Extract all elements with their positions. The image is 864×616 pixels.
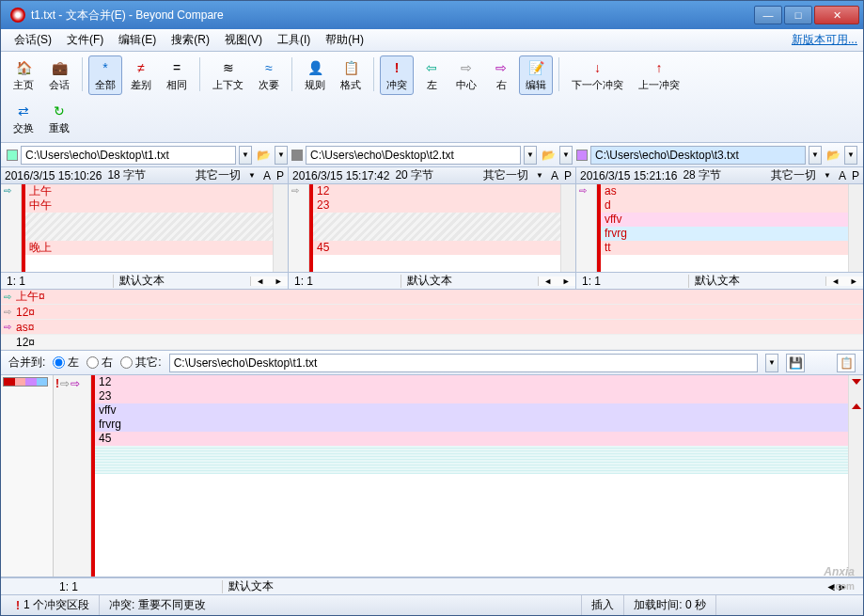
pathbar: ▼ 📂 ▼ ▼ 📂 ▼ ▼ 📂 ▼ xyxy=(1,143,863,167)
menu-session[interactable]: 会话(S) xyxy=(7,30,59,50)
menubar: 会话(S) 文件(F) 编辑(E) 搜索(R) 视图(V) 工具(I) 帮助(H… xyxy=(1,29,863,52)
close-button[interactable]: ✕ xyxy=(814,6,859,24)
path-center-input[interactable] xyxy=(306,146,521,165)
arrow-gray-icon: ⇨ xyxy=(60,377,70,390)
left-button[interactable]: ⇦左 xyxy=(416,55,448,95)
minor-button[interactable]: ≈次要 xyxy=(252,55,286,95)
save-icon[interactable]: 💾 xyxy=(786,354,805,372)
arrow-up-red-icon: ↑ xyxy=(650,58,668,77)
swap-button[interactable]: ⇄交换 xyxy=(7,99,40,138)
arrow-marker-icon: ⇨ xyxy=(576,184,596,197)
pane-right-date: 2016/3/15 15:21:16 xyxy=(580,169,677,182)
chevron-down-icon[interactable]: ▼ xyxy=(534,171,545,180)
edit-button[interactable]: 📝编辑 xyxy=(519,55,553,95)
path-left-input[interactable] xyxy=(21,146,236,165)
menu-tools[interactable]: 工具(I) xyxy=(270,30,318,50)
chevron-down-icon[interactable]: ▼ xyxy=(246,171,258,180)
arrow-right-gray-icon: ⇨ xyxy=(457,58,476,77)
merge-detail-rows: ⇨上午¤ ⇨12¤ ⇨as¤ 12¤ xyxy=(1,290,863,351)
status-loadtime: 加载时间: 0 秒 xyxy=(634,597,706,613)
browse-right-dropdown[interactable]: ▼ xyxy=(844,146,857,165)
statusbar: !1 个冲突区段 冲突: 重要不同更改 插入 加载时间: 0 秒 xyxy=(1,594,863,615)
merge-other-radio[interactable]: 其它: xyxy=(120,355,161,371)
menu-edit[interactable]: 编辑(E) xyxy=(111,30,164,50)
arrow-right-purple-icon: ⇨ xyxy=(492,58,511,77)
context-icon: ≋ xyxy=(219,58,238,77)
color-left-icon xyxy=(7,150,18,161)
equal-icon: = xyxy=(167,58,186,77)
reload-icon: ↻ xyxy=(50,102,69,120)
briefcase-icon: 💼 xyxy=(50,58,69,77)
merge-path-input[interactable] xyxy=(169,354,758,372)
prev-conflict-button[interactable]: ↑上一冲突 xyxy=(632,55,686,95)
all-button[interactable]: *全部 xyxy=(88,55,122,95)
pane-left-lines[interactable]: 上午 中午 晚上 xyxy=(25,184,273,272)
menu-view[interactable]: 视图(V) xyxy=(217,30,270,50)
browse-left-dropdown[interactable]: ▼ xyxy=(275,146,288,165)
pane-center-other[interactable]: 其它一切 xyxy=(483,167,528,183)
output-pane: ! ⇨ ⇨ 12 23 vffv frvrg 45 xyxy=(1,375,863,577)
pane-left-other[interactable]: 其它一切 xyxy=(196,167,241,183)
referee-icon: 👤 xyxy=(306,58,324,77)
edit-icon: 📝 xyxy=(526,58,545,77)
toolbar-main: 🏠主页 💼会话 *全部 ≠差别 =相同 ≋上下文 ≈次要 👤规则 📋格式 !冲突… xyxy=(1,52,863,143)
path-center-dropdown[interactable]: ▼ xyxy=(524,146,537,165)
pane-right-size: 28 字节 xyxy=(683,167,721,183)
pane-center-size: 20 字节 xyxy=(395,167,433,183)
format-button[interactable]: 📋格式 xyxy=(334,55,368,95)
menu-file[interactable]: 文件(F) xyxy=(59,30,111,50)
browse-center-icon[interactable]: 📂 xyxy=(540,148,557,163)
merge-right-radio[interactable]: 右 xyxy=(86,355,113,371)
scrollbar-left[interactable] xyxy=(273,184,288,272)
scrollbar-right[interactable] xyxy=(848,184,863,272)
browse-left-icon[interactable]: 📂 xyxy=(255,148,272,163)
output-scrollbar[interactable] xyxy=(848,375,863,577)
next-diff-marker-icon[interactable] xyxy=(852,379,861,385)
pane-left-a[interactable]: A xyxy=(263,169,271,182)
merge-path-dropdown[interactable]: ▼ xyxy=(765,354,778,372)
status-conflicts: 1 个冲突区段 xyxy=(24,597,89,613)
path-right-input[interactable] xyxy=(590,146,806,165)
next-conflict-button[interactable]: ↓下一个冲突 xyxy=(565,55,630,95)
thumbnail-column[interactable] xyxy=(1,375,54,577)
copy-icon[interactable]: 📋 xyxy=(837,354,856,372)
merge-left-radio[interactable]: 左 xyxy=(53,355,79,371)
output-lines[interactable]: 12 23 vffv frvrg 45 xyxy=(95,375,848,577)
menu-help[interactable]: 帮助(H) xyxy=(318,30,371,50)
asterisk-icon: * xyxy=(96,58,115,77)
center-button[interactable]: ⇨中心 xyxy=(449,55,483,95)
arrow-marker-icon: ⇨ xyxy=(289,184,308,197)
pane-center-lines[interactable]: 12 23 45 xyxy=(313,184,560,272)
chevron-down-icon[interactable]: ▼ xyxy=(822,171,833,180)
arrow-down-red-icon: ↓ xyxy=(589,58,607,77)
conflict-button[interactable]: !冲突 xyxy=(380,55,414,95)
arrow-purple-icon: ⇨ xyxy=(71,377,80,390)
pane-right-lines[interactable]: as d vffv frvrg tt xyxy=(601,184,848,272)
home-button[interactable]: 🏠主页 xyxy=(7,55,40,95)
session-button[interactable]: 💼会话 xyxy=(42,55,76,95)
pane-left-size: 18 字节 xyxy=(107,167,146,183)
right-button[interactable]: ⇨右 xyxy=(485,55,517,95)
rules-button[interactable]: 👤规则 xyxy=(298,55,332,95)
browse-right-icon[interactable]: 📂 xyxy=(825,148,841,163)
new-version-link[interactable]: 新版本可用... xyxy=(792,32,857,48)
pane-left-p[interactable]: P xyxy=(276,169,284,182)
maximize-button[interactable]: □ xyxy=(784,6,812,24)
prev-diff-marker-icon[interactable] xyxy=(852,403,861,409)
pane-right-other[interactable]: 其它一切 xyxy=(771,167,816,183)
color-center-icon xyxy=(291,150,303,161)
minimize-button[interactable]: — xyxy=(754,6,782,24)
same-button[interactable]: =相同 xyxy=(160,55,194,95)
status-conflict-msg: 冲突: 重要不同更改 xyxy=(109,597,206,613)
scrollbar-center[interactable] xyxy=(560,184,575,272)
window-title: t1.txt - 文本合并(E) - Beyond Compare xyxy=(31,8,754,24)
context-button[interactable]: ≋上下文 xyxy=(206,55,250,95)
path-right-dropdown[interactable]: ▼ xyxy=(809,146,822,165)
reload-button[interactable]: ↻重载 xyxy=(42,99,76,138)
path-left-dropdown[interactable]: ▼ xyxy=(239,146,252,165)
menu-search[interactable]: 搜索(R) xyxy=(164,30,217,50)
diff-button[interactable]: ≠差别 xyxy=(124,55,158,95)
pane-center-date: 2016/3/15 15:17:42 xyxy=(292,169,389,182)
browse-center-dropdown[interactable]: ▼ xyxy=(559,146,573,165)
format-icon: 📋 xyxy=(341,58,360,77)
